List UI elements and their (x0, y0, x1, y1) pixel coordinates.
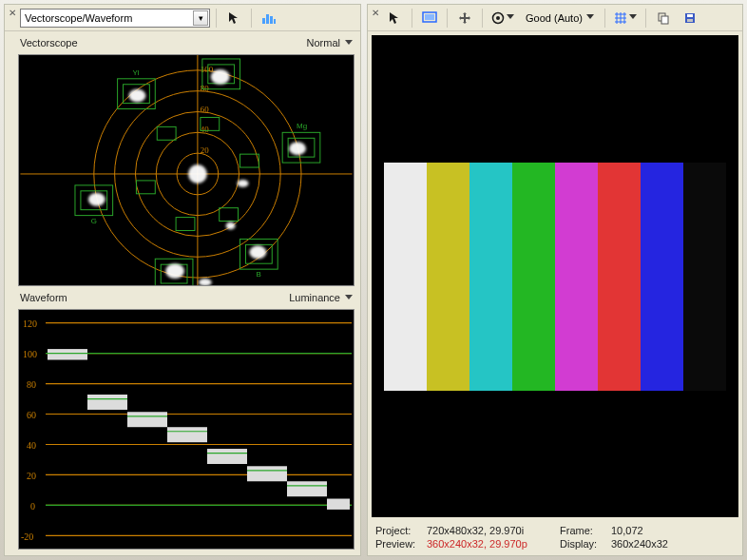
toolbar-separator (447, 9, 448, 28)
svg-rect-71 (167, 427, 207, 442)
project-label: Project: (375, 525, 427, 536)
preview-viewport[interactable] (372, 35, 738, 517)
bar-cyan (469, 163, 512, 391)
vectorscope-display: 20 40 60 80 100 R Mg B Cy (18, 54, 354, 286)
svg-text:120: 120 (23, 318, 37, 330)
svg-text:40: 40 (201, 125, 209, 134)
toolbar-separator (482, 9, 483, 28)
svg-text:Mg: Mg (297, 122, 307, 130)
preview-value: 360x240x32, 29.970p (427, 538, 560, 550)
waveform-svg: 120 100 80 60 40 20 0 -20 (19, 310, 354, 549)
svg-rect-36 (220, 208, 239, 222)
bar-black (683, 163, 726, 391)
vectorscope-title: Vectorscope (20, 37, 78, 48)
toolbar-separator (604, 9, 605, 28)
waveform-title: Waveform (20, 292, 67, 303)
svg-rect-39 (157, 126, 176, 140)
svg-rect-1 (266, 14, 269, 24)
close-icon[interactable]: ✕ (7, 7, 18, 18)
svg-point-40 (188, 164, 207, 183)
preview-label: Preview: (375, 538, 427, 550)
svg-point-41 (211, 69, 230, 85)
toolbar-separator (645, 9, 646, 28)
svg-rect-96 (687, 14, 693, 17)
bar-red (598, 163, 641, 391)
bar-magenta (555, 163, 598, 391)
svg-rect-2 (270, 16, 273, 24)
waveform-mode-dropdown[interactable]: Luminance (289, 292, 353, 303)
chevron-down-icon (629, 14, 637, 21)
svg-rect-75 (327, 499, 350, 510)
scope-preset-combo[interactable]: Vectorscope/Waveform ▾ (20, 9, 210, 28)
svg-point-49 (199, 279, 212, 285)
pointer-tool-button[interactable] (383, 8, 406, 29)
svg-rect-74 (287, 481, 327, 496)
svg-text:Yl: Yl (132, 68, 139, 77)
svg-text:60: 60 (27, 408, 36, 420)
svg-rect-84 (425, 14, 434, 20)
svg-point-47 (238, 180, 249, 187)
waveform-mode-label: Luminance (289, 292, 340, 303)
vectorscope-mode-label: Normal (307, 37, 340, 48)
svg-point-45 (88, 193, 105, 206)
grid-button[interactable] (611, 8, 640, 29)
copy-button[interactable] (652, 8, 675, 29)
scope-preset-label: Vectorscope/Waveform (25, 12, 189, 24)
svg-text:80: 80 (27, 378, 36, 391)
toolbar-separator (216, 9, 217, 28)
color-bars (384, 163, 726, 391)
svg-text:20: 20 (201, 145, 209, 155)
svg-rect-94 (661, 16, 668, 24)
svg-point-46 (129, 89, 146, 103)
bar-yellow (427, 163, 469, 391)
svg-text:100: 100 (23, 348, 37, 360)
bar-blue (641, 163, 683, 391)
bar-green (512, 163, 555, 391)
vectorscope-mode-dropdown[interactable]: Normal (307, 37, 353, 48)
pointer-tool-button[interactable] (222, 8, 245, 29)
svg-rect-37 (176, 218, 195, 231)
histogram-button[interactable] (258, 8, 280, 29)
svg-text:20: 20 (27, 469, 36, 481)
toolbar-separator (251, 9, 252, 28)
project-value: 720x480x32, 29.970i (427, 525, 560, 536)
svg-point-42 (289, 142, 306, 155)
frame-value: 10,072 (611, 525, 735, 536)
chevron-down-icon (507, 14, 514, 21)
toolbar-separator (412, 9, 412, 28)
display-label: Display: (560, 538, 611, 550)
svg-rect-72 (207, 449, 247, 464)
svg-rect-35 (240, 154, 259, 167)
save-button[interactable] (679, 8, 701, 29)
close-icon[interactable]: ✕ (370, 7, 381, 18)
svg-text:-20: -20 (21, 530, 33, 542)
waveform-display: 120 100 80 60 40 20 0 -20 (18, 309, 354, 550)
pan-tool-button[interactable] (453, 8, 476, 29)
vectorscope-header: Vectorscope Normal (18, 35, 354, 50)
svg-point-48 (226, 222, 236, 230)
preview-toolbar: Good (Auto) (368, 5, 742, 31)
svg-text:0: 0 (30, 499, 35, 512)
svg-rect-0 (262, 18, 265, 24)
preview-quality-dropdown[interactable]: Good (Auto) (521, 8, 599, 29)
preview-content: Project: 720x480x32, 29.970i Frame: 10,0… (368, 31, 742, 555)
overlay-button[interactable] (488, 8, 517, 29)
scopes-toolbar: Vectorscope/Waveform ▾ (5, 5, 360, 31)
svg-text:B: B (256, 270, 260, 279)
display-value: 360x240x32 (611, 538, 735, 550)
svg-rect-70 (127, 412, 167, 427)
svg-point-43 (249, 245, 266, 259)
svg-point-44 (165, 263, 184, 279)
monitor-button[interactable] (418, 8, 441, 29)
chevron-down-icon[interactable]: ▾ (193, 10, 208, 26)
svg-rect-73 (247, 466, 287, 481)
svg-rect-97 (687, 19, 693, 22)
svg-text:60: 60 (201, 105, 209, 114)
chevron-down-icon (586, 14, 594, 21)
chevron-down-icon (345, 295, 353, 301)
vectorscope-svg: 20 40 60 80 100 R Mg B Cy (19, 55, 354, 285)
chevron-down-icon (345, 40, 353, 47)
svg-rect-68 (48, 349, 87, 359)
svg-rect-38 (136, 181, 155, 194)
preview-quality-label: Good (Auto) (526, 12, 583, 24)
